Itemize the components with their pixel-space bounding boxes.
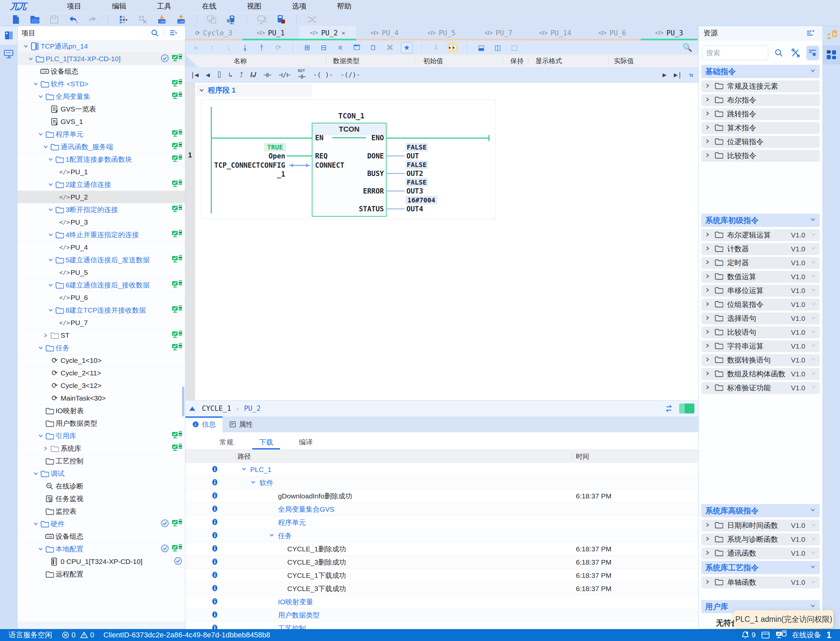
resource-section-header[interactable]: 系统库工艺指令 [701,561,820,574]
resource-item[interactable]: 选择语句V1.0 [701,312,820,324]
resources-favorites-button[interactable] [806,46,819,60]
tree-row-pu-3[interactable]: </>PU_3 [18,216,185,229]
resource-section-header[interactable]: 系统库高级指令 [701,504,820,517]
tree-row-pu-2[interactable]: </>PU_2 [18,191,185,203]
var-column-header[interactable]: 名称 [234,55,247,67]
caret-open-icon[interactable] [241,466,247,473]
caret-closed-icon[interactable] [704,370,711,378]
caret-open-icon[interactable] [250,479,256,486]
breadcrumb-task[interactable]: CYCLE_1 [202,404,231,412]
var-column-header[interactable]: 显示格式 [536,55,562,67]
panel-toggle-icon[interactable] [761,631,770,639]
monitor-message-icon[interactable]: 🗔 [351,42,362,53]
column-divider[interactable] [235,453,235,460]
undo-icon[interactable] [66,14,81,25]
var-column-header[interactable]: 保持 [510,55,523,67]
caret-open-icon[interactable] [269,532,275,540]
resource-section-header[interactable]: 基础指令 [701,65,820,78]
tab-pu-6[interactable]: </>PU_6 [584,26,641,40]
caret-closed-icon[interactable] [704,579,711,586]
log-column-header[interactable]: 路径 [237,450,251,463]
caret-closed-icon[interactable] [42,332,49,338]
caret-closed-icon[interactable] [704,259,711,267]
tree-row[interactable]: 1配置连接参数函数块 [18,153,185,166]
caret-open-icon[interactable] [37,93,44,100]
tree-row[interactable]: 系统库 [18,442,185,455]
list-view-icon[interactable]: ≡ [334,42,346,53]
output-actual-value[interactable]: 16#7004 [405,196,437,205]
tree-row[interactable]: 8建立TCP连接并接收数据 [18,304,185,317]
resource-section-header[interactable]: 系统库初级指令 [701,214,820,227]
caret-open-icon[interactable] [32,471,39,477]
tree-row[interactable]: 软件 <STD> [18,78,185,90]
menu-item-options[interactable]: 选项 [292,1,307,11]
resource-item[interactable]: 布尔指令 [701,94,820,106]
version-dropdown-icon[interactable] [811,287,816,295]
output-actual-value[interactable]: FALSE [405,178,428,187]
caret-closed-icon[interactable] [704,329,711,336]
log-row[interactable]: PLC_1 [185,463,698,476]
chevron-down-icon[interactable] [810,564,816,571]
chevron-down-icon[interactable] [810,68,816,75]
resources-tools-icon[interactable] [789,46,802,60]
column-divider[interactable] [503,57,503,64]
resource-item[interactable]: 日期和时间函数V1.0 [701,520,820,531]
log-column-header[interactable]: 时间 [576,450,589,463]
caret-closed-icon[interactable] [704,550,711,557]
caret-closed-icon[interactable] [704,232,711,239]
version-dropdown-icon[interactable] [811,343,816,350]
version-dropdown-icon[interactable] [811,536,816,543]
menu-item-help[interactable]: 帮助 [337,1,352,11]
apply-to-plc-icon[interactable]: ⇩ [430,42,441,53]
tree-row-pu-4[interactable]: </>PU_4 [18,241,185,254]
caret-open-icon[interactable] [32,81,39,87]
menu-item-online[interactable]: 在线 [202,1,216,11]
move-down-icon[interactable]: ↓ [223,42,234,53]
var-column-header[interactable]: 初始值 [423,55,443,67]
caret-closed-icon[interactable] [42,446,49,451]
breadcrumb-unit[interactable]: PU_2 [244,404,261,412]
connect-operand-line2[interactable]: _1 [205,170,285,179]
stop-plc-icon[interactable] [274,14,288,25]
resource-item[interactable]: 字符串运算V1.0 [701,340,820,352]
log-row[interactable]: CYCLE_1删除成功6:18:37 PM [185,543,698,556]
caret-closed-icon[interactable] [704,536,711,543]
tab-close-icon[interactable]: × [342,29,346,37]
refresh-icon[interactable]: ⟳ [273,42,284,53]
log-link[interactable]: 程序单元 [278,518,306,527]
caret-open-icon[interactable] [47,156,54,163]
tree-row[interactable]: 引用库 [18,430,185,442]
log-row[interactable]: CYCLE_3下载成功6:18:37 PM [185,582,698,595]
resource-item[interactable]: 标准验证功能V1.0 [701,382,820,394]
device-monitor-icon[interactable] [0,45,17,63]
insert-network-icon[interactable]: ⌷ [217,71,221,79]
resource-item[interactable]: 数值运算V1.0 [701,271,820,283]
move-up-icon[interactable]: ↑ [207,42,218,53]
tree-row-plc-1-t324-xp-cd-10-[interactable]: PLC_1[T324-XP-CD-10] [18,53,185,65]
tree-row-gvs-1[interactable]: GVS_1 [18,116,185,128]
caret-open-icon[interactable] [37,131,44,137]
caret-open-icon[interactable] [47,257,54,263]
tree-row[interactable]: 远程配置 [18,568,185,580]
tab-pu-1[interactable]: </>PU_1 [242,26,299,40]
caret-closed-icon[interactable] [704,138,711,145]
caret-open-icon[interactable] [37,345,44,351]
tree-scrollbar-thumb[interactable] [182,387,184,416]
resource-item[interactable]: 算术指令 [701,122,820,134]
menu-item-edit[interactable]: 编辑 [112,1,126,11]
go-next-icon[interactable]: ▶ [662,71,667,79]
network-header[interactable]: 程序段 1 [196,84,312,97]
tree-row[interactable]: IO映射表 [18,404,185,417]
version-dropdown-icon[interactable] [811,273,816,280]
online-device-icon[interactable] [823,26,840,45]
resources-search-icon[interactable] [772,46,785,60]
caret-closed-icon[interactable] [704,287,711,295]
tree-row[interactable]: 硬件 [18,518,185,530]
caret-closed-icon[interactable] [704,301,711,308]
menu-item-project[interactable]: 项目 [67,1,81,11]
version-dropdown-icon[interactable] [811,232,816,239]
compile-icon[interactable] [116,14,131,25]
caret-open-icon[interactable] [32,521,39,527]
output-actual-value[interactable]: FALSE [405,160,428,169]
tree-row-cycle-1-10-[interactable]: ⟳Cycle_1<10> [18,354,185,367]
